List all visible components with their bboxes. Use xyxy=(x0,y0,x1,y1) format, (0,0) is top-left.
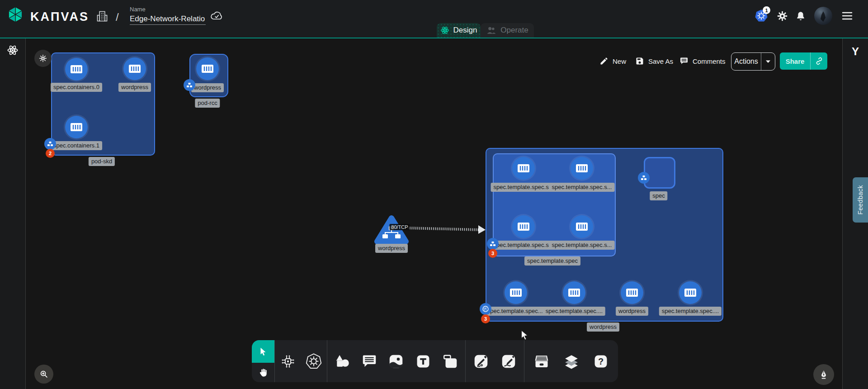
design-name-input[interactable] xyxy=(130,14,206,25)
actions-label: Actions xyxy=(731,57,761,66)
container-icon xyxy=(517,221,530,232)
y-panel-icon[interactable]: Y xyxy=(852,45,859,58)
actions-dropdown-button[interactable] xyxy=(761,60,775,63)
container-icon xyxy=(509,287,523,298)
service-node-wordpress[interactable] xyxy=(373,214,410,246)
component-tool-button[interactable] xyxy=(276,348,300,375)
node-label: spec.template.spec.... xyxy=(543,307,605,316)
pod-kind-badge[interactable] xyxy=(638,172,650,184)
text-tool-button[interactable] xyxy=(411,348,435,375)
layers-icon xyxy=(563,353,580,370)
container-node[interactable] xyxy=(571,215,593,238)
group-label: pod-skd xyxy=(89,157,115,166)
group-label: pod-rcc xyxy=(195,99,220,108)
context-count-badge: 1 xyxy=(763,6,770,14)
kubernetes-tool-button[interactable] xyxy=(302,348,326,375)
user-avatar[interactable] xyxy=(814,7,832,25)
container-node-spec-containers-0[interactable] xyxy=(65,58,88,81)
canvas-widget-button[interactable] xyxy=(34,50,52,67)
child-count-badge: 2 xyxy=(46,149,55,158)
toolbar-section-annotate xyxy=(327,340,465,382)
pen-nib-icon xyxy=(818,369,829,380)
brand-title: KAΠVAS xyxy=(30,10,89,24)
node-label: spec xyxy=(650,191,667,200)
share-button[interactable]: Share xyxy=(780,52,827,70)
container-icon xyxy=(70,122,83,133)
node-label: spec.template.spec.s... xyxy=(549,183,615,192)
container-node[interactable] xyxy=(571,157,593,180)
container-node[interactable] xyxy=(505,281,527,304)
child-count-badge: 3 xyxy=(488,249,497,258)
new-button[interactable]: New xyxy=(599,57,626,66)
pencil-icon xyxy=(599,57,609,66)
help-icon: ? xyxy=(593,354,609,369)
pod-kind-badge[interactable] xyxy=(44,138,56,150)
meshery-spinner-icon xyxy=(7,44,19,56)
edge-80-tcp[interactable] xyxy=(408,228,479,230)
comment-tool-button[interactable] xyxy=(357,348,382,375)
kubernetes-context-icon[interactable]: 1 xyxy=(755,9,768,23)
tab-operate[interactable]: Operate xyxy=(481,23,534,38)
feedback-label: Feedback xyxy=(857,185,864,214)
note-tool-button[interactable] xyxy=(438,348,462,375)
drawer-icon xyxy=(533,353,550,370)
notifications-bell-icon[interactable] xyxy=(795,10,806,22)
container-node[interactable] xyxy=(512,157,535,180)
node-label: spec.containers.0 xyxy=(51,83,102,92)
feedback-tab[interactable]: Feedback xyxy=(853,177,868,223)
freehand-draw-tool-button[interactable] xyxy=(496,348,521,375)
child-count-badge: 3 xyxy=(481,314,490,323)
container-node[interactable] xyxy=(679,281,702,304)
node-label: spec.template.spec.s... xyxy=(491,241,557,250)
header: KAΠVAS / Name xyxy=(0,0,868,38)
shapes-tool-button[interactable] xyxy=(330,348,354,375)
pod-kind-badge[interactable] xyxy=(487,238,499,250)
pan-tool-button[interactable] xyxy=(252,363,274,382)
node-label: wordpress xyxy=(191,83,224,92)
drawer-tool-button[interactable] xyxy=(529,348,554,375)
pod-kind-badge[interactable] xyxy=(184,79,195,91)
pointer-icon xyxy=(258,346,268,356)
mouse-cursor xyxy=(519,329,531,342)
layers-tool-button[interactable] xyxy=(559,348,584,375)
pointer-tool-button[interactable] xyxy=(252,340,274,363)
container-node-wordpress[interactable] xyxy=(621,281,643,304)
tab-operate-label: Operate xyxy=(500,26,528,35)
container-icon xyxy=(575,221,589,232)
design-tab-icon xyxy=(440,26,449,35)
design-pen-button[interactable] xyxy=(813,364,834,385)
edge-port-label: 80/TCP xyxy=(389,224,410,230)
organization-icon[interactable] xyxy=(96,10,108,23)
zoom-button[interactable] xyxy=(34,365,53,384)
node-spec[interactable] xyxy=(644,157,675,189)
pod-icon xyxy=(490,241,496,247)
toolbar-section-components xyxy=(275,340,327,382)
component-circuit-icon xyxy=(280,353,296,370)
container-icon xyxy=(517,163,530,174)
group-label: spec.template.spec xyxy=(524,256,580,266)
node-label: spec.template.spec.... xyxy=(485,307,547,316)
container-node-wordpress[interactable] xyxy=(196,57,219,80)
save-as-label: Save As xyxy=(648,57,673,65)
help-tool-button[interactable]: ? xyxy=(589,348,613,375)
tab-design[interactable]: Design xyxy=(437,23,481,38)
actions-button[interactable]: Actions xyxy=(731,52,775,71)
comments-label: Comments xyxy=(693,57,726,65)
container-node[interactable] xyxy=(563,281,585,304)
container-node-wordpress[interactable] xyxy=(123,57,146,80)
edge-arrowhead xyxy=(478,225,486,234)
save-as-button[interactable]: Save As xyxy=(635,57,673,66)
comments-button[interactable]: Comments xyxy=(679,57,726,66)
edge-pen-tool-button[interactable] xyxy=(469,348,493,375)
settings-gear-icon[interactable] xyxy=(777,10,788,22)
copy-link-button[interactable] xyxy=(811,57,827,66)
wordpress-kind-badge[interactable] xyxy=(480,303,491,315)
image-tool-button[interactable] xyxy=(384,348,408,375)
toolbar-select-column xyxy=(252,340,275,382)
hamburger-menu-icon[interactable] xyxy=(842,11,853,20)
edge-pen-icon xyxy=(473,353,489,370)
container-icon xyxy=(625,287,639,298)
container-node[interactable] xyxy=(512,215,535,238)
pod-icon xyxy=(186,82,193,88)
container-node-spec-containers-1[interactable] xyxy=(65,116,88,138)
